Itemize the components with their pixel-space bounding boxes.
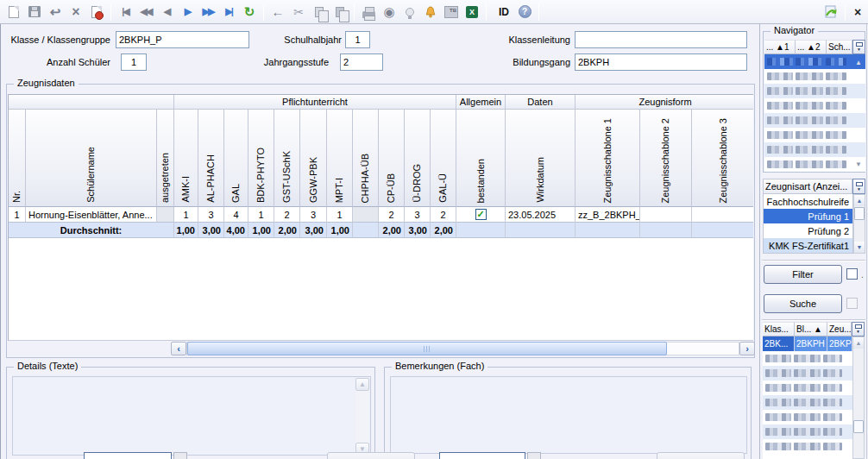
group-header[interactable]: Zeugnisform [576,95,753,110]
nav-last-icon[interactable]: ▶| [219,3,238,22]
grid-cell-AL-PHACH[interactable]: 3 [198,207,224,223]
column-header[interactable]: Nr. [9,110,26,207]
field-chooser-button[interactable]: ▼ [852,179,865,194]
grid-cell-Wirkdatum[interactable]: 23.05.2025 [506,207,576,223]
klassenleitung-input[interactable] [575,31,747,48]
column-header[interactable]: Zeugnisschablone 2 [640,110,692,207]
grid-cell-CHPHA-ÜB[interactable] [353,207,379,223]
scroll-thumb[interactable] [853,420,864,433]
column-header[interactable]: GGW-PBK [300,110,327,207]
zeugnisart-header[interactable]: Zeugnisart (Anzei... [763,179,852,194]
grid-cell-ausgetreten[interactable] [157,207,174,223]
cut-icon[interactable]: ✂ [289,3,308,22]
details-scrollbar[interactable]: ▲ ▼ [355,378,369,456]
back-arrow-icon[interactable]: ← [268,3,287,22]
anzahl-schueler-input[interactable] [121,53,147,71]
klassen-scrollbar[interactable]: ▲ [852,336,865,459]
tb-export-icon[interactable]: TB [442,3,461,22]
klassen-row[interactable] [763,410,852,424]
klassen-row[interactable] [763,439,852,454]
scroll-up-icon[interactable]: ▲ [355,378,369,391]
suche-button[interactable]: Suche [764,294,842,313]
column-header[interactable]: AMK-I [174,110,198,207]
nav-next-icon[interactable]: ▶ [178,3,197,22]
zeugnisart-scrollbar[interactable]: ▲ ▼ [853,194,865,254]
delete-icon[interactable]: × [66,3,85,22]
grid-cell-AMK-I[interactable]: 1 [174,207,198,223]
lightbulb-icon[interactable] [400,3,419,22]
filter-button[interactable]: Filter [764,265,842,284]
edit-form-icon[interactable] [87,3,106,22]
column-header[interactable]: Wirkdatum [506,110,576,207]
scroll-down-icon[interactable]: ▼ [854,242,865,253]
hscroll-right-button[interactable]: › [739,342,755,355]
grid-cell-Zeugnisschablone 1[interactable]: zz_B_2BKPH_... [576,207,640,223]
klassen-selected-row[interactable]: 2BK... 2BKPH 2BKPH [763,336,852,351]
klassen-column-header-2[interactable]: Bl... ▲ [795,322,827,336]
nav-prev-fast-icon[interactable]: ◀◀ [136,3,155,22]
sync-icon[interactable] [821,3,840,22]
nav-next-fast-icon[interactable]: ▶▶ [198,3,217,22]
navigator-column-header-2[interactable]: ... ▲2 [796,40,827,54]
id-button[interactable]: ID [499,6,509,18]
print-icon[interactable] [359,3,378,22]
bemerkungen-small-button-clipped[interactable] [527,452,541,459]
details-textarea[interactable]: ▲ ▼ [12,376,371,456]
navigator-column-header-1[interactable]: ... ▲1 [764,40,796,54]
klassen-cell-2[interactable]: 2BKPH [795,336,827,351]
grid-cell-MPT-I[interactable]: 1 [327,207,353,223]
klassen-row[interactable] [763,380,852,395]
grid-cell-Ü-DROG[interactable]: 3 [405,207,431,223]
field-chooser-button[interactable]: ▼ [852,322,865,336]
column-header[interactable]: Zeugnisschablone 1 [576,110,640,207]
column-header[interactable]: CHPHA-ÜB [353,110,379,207]
copy-icon[interactable] [310,3,329,22]
bemerkungen-textarea[interactable] [390,376,747,454]
group-header[interactable]: Pflichtunterricht [174,95,456,110]
column-header[interactable]: BDK-PHYTO [248,110,274,207]
grid-cell-CP-ÜB[interactable]: 2 [379,207,405,223]
navigator-row[interactable] [764,157,865,172]
paste-icon[interactable] [330,3,349,22]
grid-cell-Zeugnisschablone 3[interactable] [692,207,753,223]
save-icon[interactable] [25,3,44,22]
column-header[interactable]: Schülername [26,110,157,207]
nav-prev-icon[interactable]: ◀ [157,3,176,22]
column-header[interactable]: Ü-DROG [405,110,431,207]
undo-icon[interactable]: ↩ [46,3,65,22]
navigator-row[interactable] [764,98,865,113]
close-icon[interactable]: × [849,5,866,19]
klassen-row[interactable] [763,366,852,380]
grid-cell-Zeugnisschablone 2[interactable] [640,207,692,223]
navigator-row[interactable] [764,128,865,142]
column-header[interactable]: MPT-I [327,110,353,207]
details-button-clipped[interactable] [327,452,415,459]
jahrgangsstufe-input[interactable] [340,53,383,71]
suche-checkbox[interactable] [846,298,858,309]
group-header[interactable] [9,95,174,110]
klasse-input[interactable] [116,31,249,48]
column-header[interactable]: CP-ÜB [379,110,405,207]
column-header[interactable]: Zeugnisschablone 3 [692,110,753,207]
group-header[interactable]: Daten [506,95,576,110]
help-icon[interactable]: ? [515,3,534,22]
zeugnisart-item[interactable]: Prüfung 2 [764,223,852,238]
column-header[interactable]: GAL [224,110,248,207]
disc-icon[interactable]: ◉ [380,3,399,22]
hscroll-thumb[interactable] [187,342,667,355]
klassen-column-header-1[interactable]: Klas... [763,322,795,336]
grid-cell-GAL-Ü[interactable]: 2 [431,207,456,223]
navigator-row[interactable] [764,69,865,84]
new-record-icon[interactable] [4,3,23,22]
navigator-row[interactable] [764,54,865,69]
column-header[interactable]: GST-USchK [274,110,300,207]
grid-cell-GAL[interactable]: 4 [224,207,248,223]
column-header[interactable]: GAL-Ü [431,110,456,207]
klassen-cell-1[interactable]: 2BK... [763,336,795,351]
bemerkungen-button-clipped[interactable] [657,452,745,459]
column-header[interactable]: bestanden [456,110,506,207]
bell-icon[interactable] [421,3,440,22]
klassen-row[interactable] [763,395,852,410]
zeugnisart-item[interactable]: Prüfung 1 [764,209,852,223]
scroll-thumb[interactable] [854,207,865,220]
